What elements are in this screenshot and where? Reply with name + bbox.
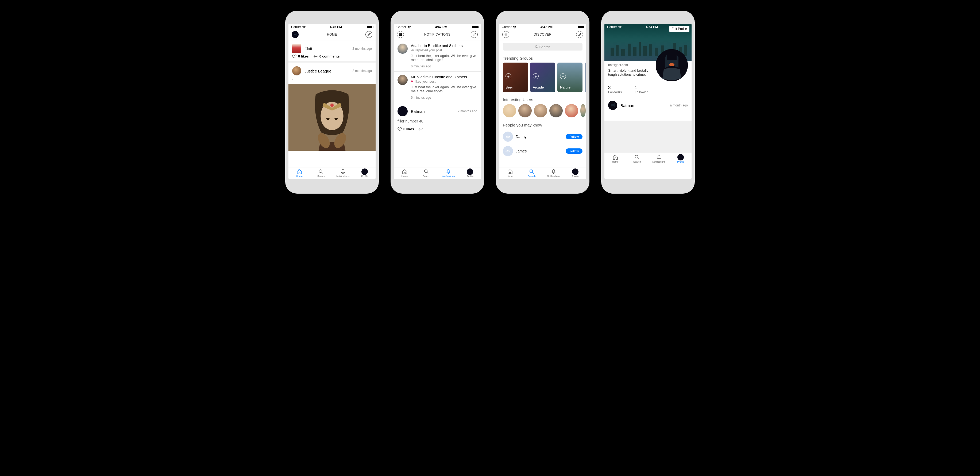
- home-icon: [613, 154, 618, 160]
- avatar[interactable]: [292, 44, 301, 53]
- menu-button[interactable]: [397, 31, 404, 38]
- tab-home[interactable]: Home: [288, 167, 310, 178]
- add-icon[interactable]: +: [560, 73, 566, 79]
- home-icon: [508, 169, 513, 174]
- post[interactable]: Batman a month ago -: [605, 97, 692, 121]
- post-time: 2 months ago: [352, 47, 372, 51]
- svg-point-19: [400, 35, 401, 35]
- tab-search[interactable]: Search: [416, 167, 438, 178]
- people-name[interactable]: Danny: [515, 135, 563, 139]
- tab-label: Home: [612, 161, 619, 163]
- svg-rect-39: [628, 44, 631, 56]
- tab-label: Profile: [572, 175, 579, 178]
- avatar[interactable]: [398, 106, 408, 116]
- nav-bar: HOME: [288, 29, 375, 40]
- avatar[interactable]: [398, 44, 408, 54]
- svg-line-22: [427, 172, 428, 174]
- tab-home[interactable]: Home: [605, 153, 626, 164]
- svg-line-11: [321, 172, 323, 174]
- profile-link[interactable]: batsignal.com: [608, 63, 688, 67]
- tab-search[interactable]: Search: [626, 153, 648, 164]
- follow-button[interactable]: Follow: [566, 148, 582, 154]
- tab-notifications[interactable]: Notifications: [648, 153, 670, 164]
- tab-notifications[interactable]: Notifications: [332, 167, 354, 178]
- page-title: DISCOVER: [534, 33, 552, 37]
- notification-item[interactable]: Adalberto Bradtke and 8 others reposted …: [394, 40, 481, 72]
- post-time: a month ago: [670, 103, 688, 107]
- tab-search[interactable]: Search: [310, 167, 332, 178]
- avatar[interactable]: [581, 104, 586, 118]
- post-author[interactable]: Justice League: [304, 69, 349, 73]
- tab-profile[interactable]: Profile: [565, 167, 587, 178]
- menu-button[interactable]: [502, 31, 509, 38]
- group-card[interactable]: + Nature: [557, 62, 582, 92]
- notification-action: liked your post: [415, 80, 436, 83]
- avatar[interactable]: [518, 104, 532, 118]
- avatar[interactable]: [292, 31, 299, 38]
- add-icon[interactable]: +: [533, 73, 539, 79]
- avatar[interactable]: [292, 66, 301, 75]
- notification-item[interactable]: Mr. Vladimir Turcotte and 3 others ❤ lik…: [394, 72, 481, 103]
- avatar[interactable]: [608, 101, 617, 110]
- avatar: [361, 169, 368, 175]
- followers-stat[interactable]: 3 Followers: [608, 85, 622, 94]
- post[interactable]: Fluff 2 months ago 0 likes 0 comments: [288, 40, 375, 62]
- group-card[interactable]: [585, 62, 586, 92]
- following-stat[interactable]: 1 Following: [635, 85, 648, 94]
- people-row[interactable]: James Follow: [499, 144, 586, 158]
- svg-point-31: [506, 35, 507, 35]
- post-author[interactable]: Fluff: [304, 46, 349, 51]
- phone-discover: Carrier 4:47 PM DISCOVER Search Trending…: [496, 11, 589, 194]
- wifi-icon: [302, 25, 306, 29]
- compose-button[interactable]: [576, 31, 583, 38]
- tab-label: Home: [507, 175, 513, 178]
- post-author[interactable]: Batman: [411, 109, 455, 114]
- group-card[interactable]: + Beer: [503, 62, 528, 92]
- post-image[interactable]: [288, 84, 375, 151]
- post-author[interactable]: Batman: [620, 103, 667, 108]
- compose-button[interactable]: [366, 31, 372, 38]
- follow-button[interactable]: Follow: [566, 134, 582, 139]
- like-button[interactable]: 0 likes: [398, 127, 414, 131]
- notification-title: Adalberto Bradtke and 8 others: [411, 44, 477, 48]
- notification-time: 6 minutes ago: [411, 96, 477, 99]
- tab-home[interactable]: Home: [499, 167, 521, 178]
- compose-button[interactable]: [471, 31, 478, 38]
- people-row[interactable]: Danny Follow: [499, 129, 586, 144]
- group-card[interactable]: + Arcade: [530, 62, 555, 92]
- nav-bar: NOTIFICATIONS: [394, 29, 481, 40]
- avatar[interactable]: [565, 104, 578, 118]
- comment-button[interactable]: 0 comments: [313, 54, 340, 58]
- avatar[interactable]: [503, 132, 513, 142]
- tab-profile[interactable]: Profile: [459, 167, 481, 178]
- home-icon: [297, 169, 302, 174]
- search-icon: [529, 169, 534, 174]
- tab-profile[interactable]: Profile: [354, 167, 376, 178]
- post[interactable]: Justice League 2 months ago -: [288, 62, 375, 151]
- svg-point-12: [399, 33, 399, 34]
- avatar[interactable]: [503, 146, 513, 156]
- tab-home[interactable]: Home: [394, 167, 416, 178]
- tab-label: Search: [633, 161, 641, 163]
- avatar[interactable]: [534, 104, 547, 118]
- avatar[interactable]: [549, 104, 563, 118]
- status-bar: Carrier 4:47 PM: [499, 24, 586, 29]
- battery-icon: [367, 25, 373, 28]
- heart-icon: [292, 54, 296, 58]
- search-icon: [319, 169, 323, 174]
- stat-number: 3: [608, 85, 622, 91]
- tab-profile[interactable]: Profile: [670, 153, 692, 164]
- tab-search[interactable]: Search: [521, 167, 543, 178]
- tab-notifications[interactable]: Notifications: [542, 167, 565, 178]
- share-button[interactable]: [418, 127, 423, 131]
- like-button[interactable]: 0 likes: [292, 54, 309, 58]
- edit-profile-button[interactable]: Edit Profile: [669, 25, 689, 32]
- post[interactable]: Batman 2 months ago filler number 40 0 l…: [394, 103, 481, 134]
- tab-notifications[interactable]: Notifications: [438, 167, 459, 178]
- people-name[interactable]: James: [515, 149, 563, 153]
- avatar[interactable]: [398, 75, 408, 85]
- search-input[interactable]: Search: [503, 43, 582, 51]
- add-icon[interactable]: +: [506, 73, 511, 79]
- svg-line-33: [537, 47, 538, 48]
- avatar[interactable]: [503, 104, 516, 118]
